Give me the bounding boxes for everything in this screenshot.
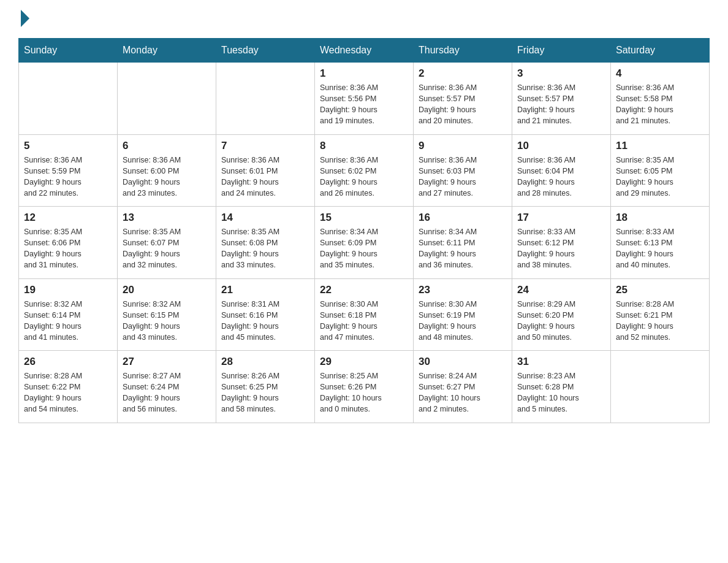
day-info: Sunrise: 8:27 AM Sunset: 6:24 PM Dayligh… <box>123 370 211 415</box>
calendar-cell <box>118 63 216 135</box>
calendar-cell: 9Sunrise: 8:36 AM Sunset: 6:03 PM Daylig… <box>414 134 512 207</box>
day-info: Sunrise: 8:28 AM Sunset: 6:21 PM Dayligh… <box>616 299 704 343</box>
calendar-cell: 11Sunrise: 8:35 AM Sunset: 6:05 PM Dayli… <box>611 134 710 207</box>
calendar-cell: 5Sunrise: 8:36 AM Sunset: 5:59 PM Daylig… <box>19 134 118 207</box>
calendar-cell: 19Sunrise: 8:32 AM Sunset: 6:14 PM Dayli… <box>19 278 118 351</box>
week-row-5: 26Sunrise: 8:28 AM Sunset: 6:22 PM Dayli… <box>19 351 710 423</box>
day-info: Sunrise: 8:23 AM Sunset: 6:28 PM Dayligh… <box>517 370 605 415</box>
day-number: 24 <box>517 284 605 296</box>
calendar-cell: 31Sunrise: 8:23 AM Sunset: 6:28 PM Dayli… <box>512 351 611 423</box>
day-info: Sunrise: 8:33 AM Sunset: 6:13 PM Dayligh… <box>616 226 704 271</box>
calendar-cell: 26Sunrise: 8:28 AM Sunset: 6:22 PM Dayli… <box>19 351 118 423</box>
logo <box>18 12 29 27</box>
day-number: 5 <box>24 140 112 152</box>
calendar-cell: 30Sunrise: 8:24 AM Sunset: 6:27 PM Dayli… <box>414 351 512 423</box>
day-number: 13 <box>123 212 211 224</box>
calendar-cell: 6Sunrise: 8:36 AM Sunset: 6:00 PM Daylig… <box>118 134 216 207</box>
day-info: Sunrise: 8:24 AM Sunset: 6:27 PM Dayligh… <box>419 370 507 415</box>
day-number: 4 <box>616 67 704 80</box>
header-cell-saturday: Saturday <box>611 39 710 63</box>
calendar-cell: 18Sunrise: 8:33 AM Sunset: 6:13 PM Dayli… <box>611 207 710 279</box>
day-number: 22 <box>320 284 408 296</box>
calendar-cell: 10Sunrise: 8:36 AM Sunset: 6:04 PM Dayli… <box>512 134 611 207</box>
day-info: Sunrise: 8:35 AM Sunset: 6:06 PM Dayligh… <box>24 226 112 271</box>
day-number: 27 <box>123 356 211 368</box>
day-info: Sunrise: 8:32 AM Sunset: 6:15 PM Dayligh… <box>123 299 211 343</box>
calendar-cell <box>19 63 118 135</box>
day-number: 17 <box>517 212 605 224</box>
header-cell-monday: Monday <box>118 39 216 63</box>
day-info: Sunrise: 8:32 AM Sunset: 6:14 PM Dayligh… <box>24 299 112 343</box>
logo-arrow-icon <box>21 10 29 27</box>
calendar-cell: 15Sunrise: 8:34 AM Sunset: 6:09 PM Dayli… <box>315 207 414 279</box>
calendar-body: 1Sunrise: 8:36 AM Sunset: 5:56 PM Daylig… <box>19 63 710 423</box>
day-number: 6 <box>123 140 211 152</box>
calendar-cell: 3Sunrise: 8:36 AM Sunset: 5:57 PM Daylig… <box>512 63 611 135</box>
week-row-1: 1Sunrise: 8:36 AM Sunset: 5:56 PM Daylig… <box>19 63 710 135</box>
day-number: 1 <box>320 67 408 80</box>
day-number: 29 <box>320 356 408 368</box>
day-number: 16 <box>419 212 507 224</box>
day-info: Sunrise: 8:35 AM Sunset: 6:05 PM Dayligh… <box>616 155 704 199</box>
header-cell-thursday: Thursday <box>414 39 512 63</box>
calendar-cell: 27Sunrise: 8:27 AM Sunset: 6:24 PM Dayli… <box>118 351 216 423</box>
header-cell-wednesday: Wednesday <box>315 39 414 63</box>
day-number: 11 <box>616 140 704 152</box>
day-info: Sunrise: 8:36 AM Sunset: 5:57 PM Dayligh… <box>419 82 507 127</box>
day-number: 10 <box>517 140 605 152</box>
day-info: Sunrise: 8:36 AM Sunset: 6:02 PM Dayligh… <box>320 155 408 199</box>
calendar-cell <box>216 63 315 135</box>
calendar-cell: 1Sunrise: 8:36 AM Sunset: 5:56 PM Daylig… <box>315 63 414 135</box>
day-info: Sunrise: 8:25 AM Sunset: 6:26 PM Dayligh… <box>320 370 408 415</box>
calendar-cell: 16Sunrise: 8:34 AM Sunset: 6:11 PM Dayli… <box>414 207 512 279</box>
day-number: 7 <box>221 140 309 152</box>
calendar-cell: 8Sunrise: 8:36 AM Sunset: 6:02 PM Daylig… <box>315 134 414 207</box>
day-number: 23 <box>419 284 507 296</box>
day-info: Sunrise: 8:34 AM Sunset: 6:09 PM Dayligh… <box>320 226 408 271</box>
calendar-cell: 24Sunrise: 8:29 AM Sunset: 6:20 PM Dayli… <box>512 278 611 351</box>
day-number: 3 <box>517 67 605 80</box>
calendar-cell: 14Sunrise: 8:35 AM Sunset: 6:08 PM Dayli… <box>216 207 315 279</box>
calendar-cell: 28Sunrise: 8:26 AM Sunset: 6:25 PM Dayli… <box>216 351 315 423</box>
day-number: 2 <box>419 67 507 80</box>
day-number: 20 <box>123 284 211 296</box>
calendar-cell: 13Sunrise: 8:35 AM Sunset: 6:07 PM Dayli… <box>118 207 216 279</box>
day-number: 14 <box>221 212 309 224</box>
day-info: Sunrise: 8:36 AM Sunset: 5:59 PM Dayligh… <box>24 155 112 199</box>
day-info: Sunrise: 8:35 AM Sunset: 6:08 PM Dayligh… <box>221 226 309 271</box>
calendar-cell: 22Sunrise: 8:30 AM Sunset: 6:18 PM Dayli… <box>315 278 414 351</box>
day-info: Sunrise: 8:36 AM Sunset: 5:57 PM Dayligh… <box>517 82 605 127</box>
day-info: Sunrise: 8:36 AM Sunset: 6:03 PM Dayligh… <box>419 155 507 199</box>
calendar-header: SundayMondayTuesdayWednesdayThursdayFrid… <box>19 39 710 63</box>
day-info: Sunrise: 8:34 AM Sunset: 6:11 PM Dayligh… <box>419 226 507 271</box>
day-number: 21 <box>221 284 309 296</box>
day-number: 8 <box>320 140 408 152</box>
day-info: Sunrise: 8:26 AM Sunset: 6:25 PM Dayligh… <box>221 370 309 415</box>
day-number: 15 <box>320 212 408 224</box>
day-number: 9 <box>419 140 507 152</box>
day-info: Sunrise: 8:36 AM Sunset: 5:58 PM Dayligh… <box>616 82 704 127</box>
day-number: 31 <box>517 356 605 368</box>
day-info: Sunrise: 8:36 AM Sunset: 5:56 PM Dayligh… <box>320 82 408 127</box>
calendar-cell: 21Sunrise: 8:31 AM Sunset: 6:16 PM Dayli… <box>216 278 315 351</box>
day-number: 26 <box>24 356 112 368</box>
calendar-cell: 17Sunrise: 8:33 AM Sunset: 6:12 PM Dayli… <box>512 207 611 279</box>
day-info: Sunrise: 8:36 AM Sunset: 6:00 PM Dayligh… <box>123 155 211 199</box>
calendar-cell: 29Sunrise: 8:25 AM Sunset: 6:26 PM Dayli… <box>315 351 414 423</box>
header-row: SundayMondayTuesdayWednesdayThursdayFrid… <box>19 39 710 63</box>
calendar-table: SundayMondayTuesdayWednesdayThursdayFrid… <box>18 38 710 423</box>
day-number: 25 <box>616 284 704 296</box>
week-row-3: 12Sunrise: 8:35 AM Sunset: 6:06 PM Dayli… <box>19 207 710 279</box>
page-header <box>18 12 710 27</box>
day-info: Sunrise: 8:30 AM Sunset: 6:19 PM Dayligh… <box>419 299 507 343</box>
day-info: Sunrise: 8:28 AM Sunset: 6:22 PM Dayligh… <box>24 370 112 415</box>
calendar-cell: 25Sunrise: 8:28 AM Sunset: 6:21 PM Dayli… <box>611 278 710 351</box>
day-info: Sunrise: 8:31 AM Sunset: 6:16 PM Dayligh… <box>221 299 309 343</box>
day-info: Sunrise: 8:36 AM Sunset: 6:04 PM Dayligh… <box>517 155 605 199</box>
day-number: 28 <box>221 356 309 368</box>
calendar-cell: 23Sunrise: 8:30 AM Sunset: 6:19 PM Dayli… <box>414 278 512 351</box>
header-cell-tuesday: Tuesday <box>216 39 315 63</box>
calendar-cell <box>611 351 710 423</box>
day-info: Sunrise: 8:30 AM Sunset: 6:18 PM Dayligh… <box>320 299 408 343</box>
calendar-cell: 12Sunrise: 8:35 AM Sunset: 6:06 PM Dayli… <box>19 207 118 279</box>
